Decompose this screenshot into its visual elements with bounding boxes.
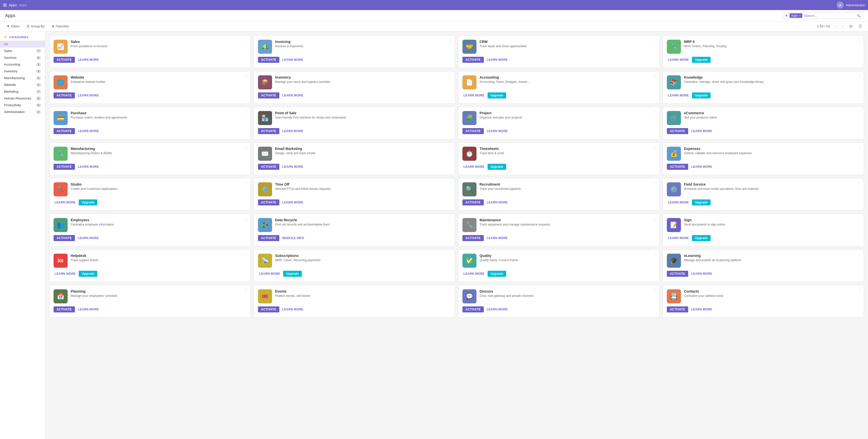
app-menu-icon[interactable]: ⋮ bbox=[244, 288, 247, 292]
activate-button[interactable]: ACTIVATE bbox=[258, 235, 279, 241]
prev-page-button[interactable]: ‹ bbox=[834, 24, 837, 29]
app-menu-icon[interactable]: ⋮ bbox=[244, 39, 247, 42]
app-menu-icon[interactable]: ⋮ bbox=[448, 288, 452, 292]
app-menu-icon[interactable]: ⋮ bbox=[653, 288, 656, 292]
sidebar-item-accounting[interactable]: Accounting2 bbox=[0, 61, 45, 68]
upgrade-button[interactable]: Upgrade bbox=[692, 57, 711, 63]
activate-button[interactable]: ACTIVATE bbox=[667, 306, 688, 312]
app-menu-icon[interactable]: ⋮ bbox=[448, 146, 452, 149]
learn-more-button[interactable]: LEARN MORE bbox=[667, 199, 690, 205]
app-menu-icon[interactable]: ⋮ bbox=[653, 110, 656, 114]
filter-tag-remove[interactable]: ✕ bbox=[799, 14, 801, 17]
sidebar-item-administration[interactable]: Administration2 bbox=[0, 108, 45, 115]
learn-more-button[interactable]: LEARN MORE bbox=[77, 128, 100, 134]
app-menu-icon[interactable]: ⋮ bbox=[858, 217, 861, 221]
sidebar-item-services[interactable]: Services4 bbox=[0, 54, 45, 61]
activate-button[interactable]: ACTIVATE bbox=[54, 93, 75, 98]
app-menu-icon[interactable]: ⋮ bbox=[858, 252, 861, 257]
upgrade-button[interactable]: Upgrade bbox=[488, 164, 506, 170]
learn-more-button[interactable]: LEARN MORE bbox=[77, 57, 100, 63]
learn-more-button[interactable]: LEARN MORE bbox=[486, 199, 509, 205]
kanban-view-button[interactable]: ⊞ bbox=[848, 23, 854, 29]
learn-more-button[interactable]: LEARN MORE bbox=[486, 306, 509, 312]
learn-more-button[interactable]: LEARN MORE bbox=[77, 164, 100, 170]
learn-more-button[interactable]: LEARN MORE bbox=[54, 271, 77, 277]
app-menu-icon[interactable]: ⋮ bbox=[448, 217, 452, 221]
learn-more-button[interactable]: LEARN MORE bbox=[77, 306, 100, 312]
sidebar-item-website[interactable]: Website5 bbox=[0, 81, 45, 88]
upgrade-button[interactable]: Upgrade bbox=[79, 199, 98, 205]
module-info-button[interactable]: MODULE INFO bbox=[281, 235, 305, 241]
sidebar-item-marketing[interactable]: Marketing7 bbox=[0, 88, 45, 95]
app-menu-icon[interactable]: ⋮ bbox=[448, 252, 452, 257]
search-icon[interactable]: 🔍 bbox=[857, 14, 861, 18]
filters-button[interactable]: ▼ Filters bbox=[5, 23, 21, 29]
search-input[interactable] bbox=[804, 14, 855, 18]
app-menu-icon[interactable]: ⋮ bbox=[244, 74, 247, 78]
app-menu-icon[interactable]: ⋮ bbox=[448, 74, 452, 78]
app-menu-icon[interactable]: ⋮ bbox=[244, 217, 247, 221]
learn-more-button[interactable]: LEARN MORE bbox=[486, 235, 509, 241]
activate-button[interactable]: ACTIVATE bbox=[667, 164, 688, 170]
app-menu-icon[interactable]: ⋮ bbox=[653, 217, 656, 221]
next-page-button[interactable]: › bbox=[841, 24, 844, 29]
activate-button[interactable]: ACTIVATE bbox=[667, 128, 688, 134]
sidebar-item-productivity[interactable]: Productivity5 bbox=[0, 102, 45, 108]
activate-button[interactable]: ACTIVATE bbox=[462, 128, 484, 134]
learn-more-button[interactable]: LEARN MORE bbox=[667, 93, 690, 98]
app-menu-icon[interactable]: ⋮ bbox=[244, 181, 247, 185]
learn-more-button[interactable]: LEARN MORE bbox=[462, 164, 486, 170]
activate-button[interactable]: ACTIVATE bbox=[258, 306, 279, 312]
learn-more-button[interactable]: LEARN MORE bbox=[281, 306, 305, 312]
learn-more-button[interactable]: LEARN MORE bbox=[281, 93, 305, 98]
activate-button[interactable]: ACTIVATE bbox=[54, 128, 75, 134]
learn-more-button[interactable]: LEARN MORE bbox=[486, 128, 509, 134]
activate-button[interactable]: ACTIVATE bbox=[258, 57, 279, 63]
sidebar-item-sales[interactable]: Sales7 bbox=[0, 47, 45, 54]
activate-button[interactable]: ACTIVATE bbox=[667, 271, 688, 277]
learn-more-button[interactable]: LEARN MORE bbox=[667, 235, 690, 241]
activate-button[interactable]: ACTIVATE bbox=[462, 306, 484, 312]
activate-button[interactable]: ACTIVATE bbox=[258, 199, 279, 205]
app-menu-icon[interactable]: ⋮ bbox=[858, 110, 861, 114]
learn-more-button[interactable]: LEARN MORE bbox=[77, 235, 100, 241]
activate-button[interactable]: ACTIVATE bbox=[54, 164, 75, 170]
app-menu-icon[interactable]: ⋮ bbox=[653, 181, 656, 185]
sidebar-item-human-resources[interactable]: Human Resources9 bbox=[0, 95, 45, 102]
learn-more-button[interactable]: LEARN MORE bbox=[258, 271, 281, 277]
sidebar-item-manufacturing[interactable]: Manufacturing5 bbox=[0, 75, 45, 81]
app-menu-icon[interactable]: ⋮ bbox=[858, 74, 861, 78]
app-menu-icon[interactable]: ⋮ bbox=[448, 110, 452, 114]
app-menu-icon[interactable]: ⋮ bbox=[244, 252, 247, 257]
app-menu-icon[interactable]: ⋮ bbox=[244, 146, 247, 149]
learn-more-button[interactable]: LEARN MORE bbox=[690, 164, 713, 170]
learn-more-button[interactable]: LEARN MORE bbox=[462, 271, 486, 277]
upgrade-button[interactable]: Upgrade bbox=[692, 235, 711, 241]
activate-button[interactable]: ACTIVATE bbox=[462, 57, 484, 63]
activate-button[interactable]: ACTIVATE bbox=[258, 164, 279, 170]
learn-more-button[interactable]: LEARN MORE bbox=[281, 164, 305, 170]
learn-more-button[interactable]: LEARN MORE bbox=[281, 199, 305, 205]
learn-more-button[interactable]: LEARN MORE bbox=[690, 128, 713, 134]
upgrade-button[interactable]: Upgrade bbox=[283, 271, 302, 277]
learn-more-button[interactable]: LEARN MORE bbox=[281, 57, 305, 63]
upgrade-button[interactable]: Upgrade bbox=[692, 93, 711, 98]
user-avatar[interactable]: A bbox=[837, 1, 844, 8]
activate-button[interactable]: ACTIVATE bbox=[54, 235, 75, 241]
app-menu-icon[interactable]: ⋮ bbox=[244, 110, 247, 114]
app-menu-icon[interactable]: ⋮ bbox=[653, 39, 656, 42]
learn-more-button[interactable]: LEARN MORE bbox=[77, 93, 100, 98]
app-menu-icon[interactable]: ⋮ bbox=[858, 146, 861, 149]
learn-more-button[interactable]: LEARN MORE bbox=[486, 57, 509, 63]
upgrade-button[interactable]: Upgrade bbox=[79, 271, 98, 277]
app-menu-icon[interactable]: ⋮ bbox=[653, 146, 656, 149]
learn-more-button[interactable]: LEARN MORE bbox=[690, 306, 713, 312]
app-menu-icon[interactable]: ⋮ bbox=[858, 288, 861, 292]
activate-button[interactable]: ACTIVATE bbox=[54, 306, 75, 312]
activate-button[interactable]: ACTIVATE bbox=[258, 128, 279, 134]
app-menu-icon[interactable]: ⋮ bbox=[448, 39, 452, 42]
favorites-button[interactable]: ★ Favorites bbox=[50, 23, 70, 29]
list-view-button[interactable]: ☰ bbox=[858, 23, 863, 29]
activate-button[interactable]: ACTIVATE bbox=[462, 235, 484, 241]
learn-more-button[interactable]: LEARN MORE bbox=[462, 93, 486, 98]
